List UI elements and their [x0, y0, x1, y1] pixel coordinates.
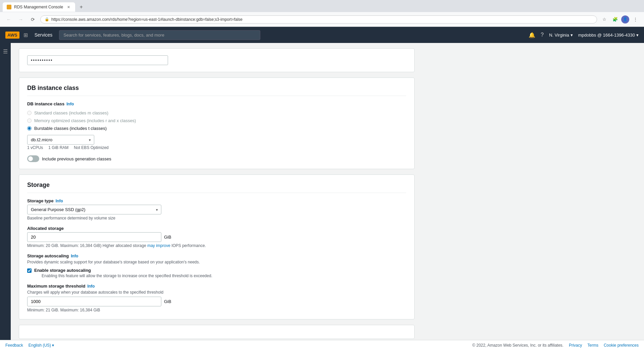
- autoscaling-desc: Provides dynamic scaling support for you…: [27, 260, 406, 264]
- db-instance-class-title: DB instance class: [27, 85, 406, 96]
- toolbar-right-icons: ☆ 🧩 👤 ⋮: [600, 15, 640, 24]
- max-threshold-input[interactable]: [27, 297, 161, 306]
- address-bar[interactable]: 🔒 https://console.aws.amazon.com/rds/hom…: [40, 15, 597, 23]
- menu-icon[interactable]: ⋮: [631, 15, 640, 24]
- enable-autoscaling-sublabel: Enabling this feature will allow the sto…: [42, 273, 212, 278]
- radio-standard[interactable]: Standard classes (includes m classes): [27, 110, 406, 115]
- region-selector[interactable]: N. Virginia ▾: [549, 33, 573, 38]
- storage-type-note: Baseline performance determined by volum…: [27, 216, 406, 220]
- allocated-storage-input[interactable]: [27, 232, 161, 242]
- storage-type-select-wrapper: General Purpose SSD (gp2) Provisioned IO…: [27, 205, 161, 214]
- max-threshold-field: Maximum storage threshold Info Charges w…: [27, 284, 406, 312]
- language-selector[interactable]: English (US) ▾: [29, 343, 54, 348]
- storage-type-label: Storage type Info: [27, 198, 406, 203]
- sidebar-toggle: ☰: [0, 43, 11, 340]
- allocated-storage-hint: Minimum: 20 GiB. Maximum: 16,384 GiB) Hi…: [27, 243, 406, 248]
- footer-left: Feedback English (US) ▾: [5, 343, 54, 348]
- new-tab-button[interactable]: +: [76, 2, 86, 12]
- help-icon[interactable]: ?: [541, 32, 544, 38]
- main-content: DB instance class DB instance class Info…: [11, 43, 423, 340]
- prev-gen-toggle[interactable]: [27, 155, 39, 162]
- hamburger-icon[interactable]: ☰: [3, 48, 8, 55]
- improve-link[interactable]: may improve: [147, 243, 170, 248]
- aws-header: AWS ⊞ Services 🔔 ? N. Virginia ▾ mpdobbs…: [0, 27, 644, 43]
- bookmark-star-icon[interactable]: ☆: [600, 15, 609, 24]
- page-footer: Feedback English (US) ▾ © 2022, Amazon W…: [0, 340, 644, 350]
- browser-toolbar: ← → ⟳ 🔒 https://console.aws.amazon.com/r…: [0, 12, 644, 27]
- allocated-storage-unit: GiB: [164, 235, 171, 240]
- max-threshold-hint: Minimum: 21 GiB. Maximum: 16,384 GiB: [27, 308, 406, 312]
- back-button[interactable]: ←: [4, 15, 13, 24]
- aws-search-bar: [59, 30, 260, 40]
- instance-class-select[interactable]: db.t2.micro db.t2.small db.t3.micro: [27, 135, 94, 145]
- search-input[interactable]: [59, 30, 260, 40]
- tab-favicon: [7, 5, 11, 9]
- db-instance-class-info[interactable]: Info: [66, 102, 74, 106]
- notifications-icon[interactable]: 🔔: [529, 32, 535, 38]
- max-threshold-note: Charges will apply when your database au…: [27, 290, 406, 295]
- cookie-preferences-link[interactable]: Cookie preferences: [604, 343, 639, 348]
- right-panel: [423, 43, 644, 340]
- enable-autoscaling-label-group: Enable storage autoscaling Enabling this…: [34, 268, 212, 278]
- tab-title: RDS Management Console: [14, 5, 63, 9]
- db-instance-class-section: DB instance class DB instance class Info…: [19, 78, 415, 169]
- privacy-link[interactable]: Privacy: [569, 343, 582, 348]
- toggle-prev-gen-label: Include previous generation classes: [42, 156, 111, 161]
- autoscaling-label: Storage autoscaling Info: [27, 253, 406, 258]
- enable-autoscaling-checkbox[interactable]: [27, 268, 32, 273]
- reload-button[interactable]: ⟳: [28, 15, 38, 24]
- storage-autoscaling-section: Storage autoscaling Info Provides dynami…: [27, 253, 406, 312]
- max-threshold-info[interactable]: Info: [87, 284, 95, 289]
- storage-section: Storage Storage type Info General Purpos…: [19, 174, 415, 319]
- password-section: [19, 48, 415, 72]
- region-chevron-icon: ▾: [571, 33, 573, 38]
- grid-icon[interactable]: ⊞: [23, 32, 28, 38]
- forward-button[interactable]: →: [16, 15, 25, 24]
- footer-right: © 2022, Amazon Web Services, Inc. or its…: [472, 343, 639, 348]
- toggle-prev-gen-wrapper: Include previous generation classes: [27, 155, 406, 162]
- extensions-icon[interactable]: 🧩: [610, 15, 620, 24]
- content-area: ☰ DB instance class DB instance class In…: [0, 43, 644, 340]
- instance-class-select-wrapper: db.t2.micro db.t2.small db.t3.micro ▾: [27, 135, 94, 145]
- password-input[interactable]: [27, 55, 168, 65]
- copyright-text: © 2022, Amazon Web Services, Inc. or its…: [472, 343, 564, 348]
- terms-link[interactable]: Terms: [587, 343, 598, 348]
- enable-autoscaling-group: Enable storage autoscaling Enabling this…: [27, 268, 406, 278]
- radio-memory[interactable]: Memory optimized classes (includes r and…: [27, 118, 406, 123]
- next-section-placeholder: [19, 325, 415, 339]
- storage-title: Storage: [27, 182, 406, 193]
- url-text: https://console.aws.amazon.com/rds/home?…: [51, 17, 243, 22]
- radio-burstable[interactable]: Burstable classes (includes t classes): [27, 126, 406, 131]
- storage-type-field: Storage type Info General Purpose SSD (g…: [27, 198, 406, 220]
- instance-details: 1 vCPUs 1 GiB RAM Not EBS Optimized: [27, 145, 406, 150]
- aws-header-right: 🔔 ? N. Virginia ▾ mpdobbs @ 1664-1396-43…: [529, 32, 639, 38]
- storage-type-info[interactable]: Info: [56, 199, 63, 203]
- tab-close-button[interactable]: ✕: [66, 4, 71, 10]
- feedback-link[interactable]: Feedback: [5, 343, 23, 348]
- max-threshold-input-group: GiB: [27, 297, 406, 306]
- account-menu[interactable]: mpdobbs @ 1664-1396-4330 ▾: [578, 33, 639, 38]
- profile-icon[interactable]: 👤: [621, 15, 629, 23]
- autoscaling-info[interactable]: Info: [71, 254, 78, 258]
- max-threshold-unit: GiB: [164, 299, 171, 304]
- db-instance-class-label: DB instance class Info: [27, 101, 406, 106]
- allocated-storage-field: Allocated storage GiB Minimum: 20 GiB. M…: [27, 226, 406, 248]
- db-class-radio-group: Standard classes (includes m classes) Me…: [27, 110, 406, 131]
- aws-logo[interactable]: AWS: [5, 32, 19, 39]
- enable-autoscaling-label[interactable]: Enable storage autoscaling: [34, 268, 91, 273]
- lock-icon: 🔒: [45, 17, 49, 21]
- storage-type-select[interactable]: General Purpose SSD (gp2) Provisioned IO…: [27, 205, 161, 214]
- allocated-storage-label: Allocated storage: [27, 226, 406, 231]
- browser-tab-bar: RDS Management Console ✕ +: [0, 0, 644, 12]
- services-nav[interactable]: Services: [32, 31, 55, 39]
- language-chevron-icon: ▾: [52, 343, 54, 348]
- account-chevron-icon: ▾: [636, 33, 639, 38]
- allocated-storage-input-group: GiB: [27, 232, 406, 242]
- max-threshold-label: Maximum storage threshold Info: [27, 284, 406, 289]
- active-tab[interactable]: RDS Management Console ✕: [3, 2, 75, 12]
